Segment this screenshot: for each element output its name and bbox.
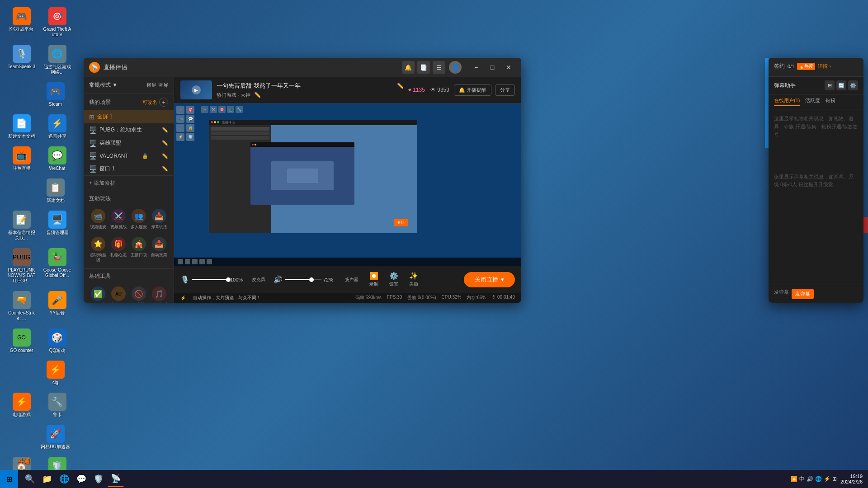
user-avatar[interactable]: 👤 [449,61,462,74]
record-btn[interactable]: ⏺️ 录制 [367,270,381,289]
network-icon[interactable]: 🌐 [815,476,822,482]
assistant-icon-3[interactable]: ⚙️ [848,80,858,90]
lol-edit-icon[interactable]: ✏️ [162,140,168,146]
tool-music[interactable]: 🎵 正版音乐 [150,284,168,303]
menu-icon[interactable]: ☰ [433,61,445,74]
taskbar-qq-icon[interactable]: 💬 [73,471,90,487]
desktop-icon-gta[interactable]: 🎯 Grand Theft Auto V [40,5,74,40]
mic-slider[interactable] [192,279,228,280]
stop-stream-button[interactable]: 关闭直播 ▾ [464,272,515,287]
taskbar-running-app-1[interactable]: 📡 [108,471,124,487]
taskbar-edge-icon[interactable]: 🌐 [56,471,72,487]
start-button[interactable]: ⊞ [0,470,18,488]
tool-task[interactable]: ✅ 任务中心 [89,284,108,303]
desktop-icon-diandian[interactable]: ⚡ 电电游戏 [5,390,38,420]
window-edit-icon[interactable]: ✏️ [162,166,168,172]
tab-online-users[interactable]: 在线用户(1) [774,97,800,106]
scene-item-lol[interactable]: 🖥️ 英雄联盟 ✏️ [84,136,174,150]
desktop-icon-kk[interactable]: 🎮 KK对战平台 [5,5,38,40]
scene-item-valorant[interactable]: 🖥️ VALORANT 🔒 ✏️ [84,150,174,162]
valorant-edit-icon[interactable]: ✏️ [162,153,168,159]
start-stream-notify-btn[interactable]: 🔔 开播提醒 [454,84,491,96]
tool-super-fan[interactable]: ⭐ 超级粉丝团 [89,234,108,265]
landscape-btn[interactable]: 横屏 [146,82,156,89]
tool-video-connect[interactable]: 📹 视频连麦 [89,206,108,232]
desktop-icon-goose[interactable]: 🦆 Goose Goose Global Off... [40,245,74,286]
mic-icon[interactable]: 🎙️ [180,275,189,284]
maximize-button[interactable]: □ [485,62,500,73]
douyu-text: 斗通 [18,457,30,465]
desktop-icon-doc2[interactable]: 📋 新建文档 [38,176,72,206]
desktop-icon-cs[interactable]: 🔫 Counter-Strike: ... [5,288,38,324]
desktop-icon-steam-social[interactable]: 🌐 迅游社区游戏网络... [40,42,74,78]
share-btn[interactable]: 分享 [495,84,515,96]
desktop-icon-pubg[interactable]: PUBG PLAYERUNKNOWN'S BATTLEGR... [5,245,38,286]
tool-bounce[interactable]: 📥 弹幕玩法 [150,206,168,232]
desktop-icon-yy[interactable]: 🎤 YY语音 [40,288,74,324]
tab-activity[interactable]: 活跃度 [805,97,820,106]
tray-arrow-icon[interactable]: 🔼 [791,476,797,482]
preview-area[interactable]: 🎮 🎯 📹 💬 🎵 🔒 ⚡ 🛡️ 🎮 ⚔️ [174,103,521,266]
desktop-icon-xunlei[interactable]: ⚡ 迅雷共享 [40,112,74,142]
desktop-icon-notepad[interactable]: 📝 基本信息情报关联... [5,208,38,244]
pubg-edit-icon[interactable]: ✏️ [162,127,168,133]
portrait-btn[interactable]: 竖屏 [158,82,168,89]
taskbar-folder-icon[interactable]: 📁 [39,471,55,487]
layout-icon[interactable]: ⊞ [832,476,837,482]
desktop-icon-luca[interactable]: 🔧 鲁卡 [40,390,74,420]
desktop-icon-monitor[interactable]: 🖥️ 音频管理器 [40,208,74,244]
lol-scene-icon: 🖥️ [89,140,97,147]
preview-sidebar-item-1 [211,127,269,131]
scene-item-fullscreen[interactable]: ⊞ 全屏 1 [84,110,174,123]
desktop-icon-teamspeak[interactable]: 🎙️ TeamSpeak 3 [5,42,38,78]
send-btn[interactable]: 发弹幕 [792,289,814,299]
scene-item-window[interactable]: 🖥️ 窗口 1 ✏️ [84,162,174,175]
settings-btn[interactable]: ⚙️ 设置 [387,270,401,289]
desktop-icon-live[interactable]: 📺 斗鱼直播 [5,144,38,174]
tool-gift[interactable]: 🎁 礼物心愿 [109,234,128,265]
tool-ad[interactable]: AD 直播任务 [109,284,128,303]
notification-icon[interactable]: 🔔 [402,61,415,74]
tool-auto-vote[interactable]: 📥 自动投票 [150,234,168,265]
desktop-icon-doc1[interactable]: 📄 新建文本文档 [5,112,38,142]
desktop-icon-uu[interactable]: 🚀 网易UU加速器 [38,422,72,452]
assistant-icon-1[interactable]: ⊞ [825,80,835,90]
tab-diamond-fans[interactable]: 钻粉 [826,97,835,106]
scene-item-pubg[interactable]: 🖥️ PUBG：绝地求生 ✏️ [84,123,174,136]
icon-row-uu: 🚀 网易UU加速器 [5,422,77,452]
minimize-button[interactable]: − [469,62,483,73]
taskbar-360-icon[interactable]: 🛡️ [90,471,107,487]
desktop-icon-go-counter[interactable]: GO GO counter [5,326,38,356]
mode-label[interactable]: 常规模式 ▼ [89,81,118,89]
close-button[interactable]: ✕ [501,62,516,73]
desktop-icon-steam[interactable]: 🎮 Steam [38,80,72,110]
desktop-icon-qq-game[interactable]: 🎲 QQ游戏 [40,326,74,356]
tool-multi[interactable]: 👥 多人连麦 [130,206,148,232]
editable-label[interactable]: 可改名 [142,99,157,106]
detail-btn[interactable]: 详情 › [818,63,831,70]
tool-block[interactable]: 🚫 滤弹器 [130,284,148,303]
beauty-btn[interactable]: ✨ 美颜 [406,270,421,289]
speaker-slider[interactable] [285,279,321,280]
screen-label[interactable]: 发弹幕 [774,289,789,299]
add-source-btn[interactable]: + 添加素材 [84,175,174,191]
mic-toolbar-btn[interactable]: 麦克风 [249,275,268,285]
tool-host-booth[interactable]: 🎪 主播口袋 [130,234,148,265]
bookmark-icon[interactable]: 📑 [417,61,430,74]
taskbar-search-icon[interactable]: 🔍 [22,471,38,487]
ime-icon[interactable]: 中 [799,475,805,483]
speaker-icon[interactable]: 🔊 [274,275,283,284]
desktop-icon-clg[interactable]: ⚡ clg [38,358,72,388]
add-scene-button[interactable]: + [159,98,168,107]
assistant-icon-2[interactable]: 🔄 [836,80,846,90]
desktop-icon-wechat[interactable]: 💬 WeChat [40,144,74,174]
stream-edit-icon[interactable]: ✏️ [397,83,404,89]
category-edit-icon[interactable]: ✏️ [254,92,261,98]
pk-label: 视频挑战 [110,225,127,230]
sign-info-row: 签约 0/1 🔥热度 详情 › [774,62,858,70]
tool-pk[interactable]: ⚔️ 视频挑战 [109,206,128,232]
battery-icon[interactable]: ⚡ [824,476,830,482]
speaker-toolbar-btn[interactable]: 扬声器 [342,275,361,285]
preview-desktop-icons: 🎮 🎯 📹 💬 🎵 🔒 ⚡ 🛡️ [176,106,195,141]
volume-tray-icon[interactable]: 🔊 [807,476,813,482]
